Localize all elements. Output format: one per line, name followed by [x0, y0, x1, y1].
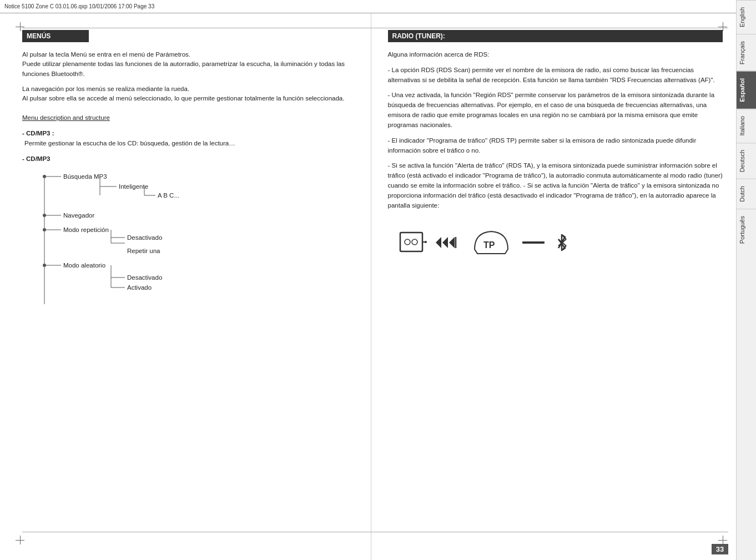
- bluetooth-icon: [553, 234, 570, 251]
- svg-text:Activado: Activado: [127, 284, 152, 291]
- svg-marker-35: [442, 237, 448, 248]
- radio-para4: - Si se activa la función "Alerta de trá…: [388, 161, 723, 210]
- tab-english[interactable]: English: [737, 0, 756, 34]
- sidebar-tabs: English Français Español Italiano Deutsc…: [736, 0, 756, 560]
- svg-point-31: [412, 239, 417, 245]
- crosshair-bottom-right: [718, 536, 727, 544]
- crosshair-bottom-left: [16, 536, 24, 544]
- svg-text:Desactivado: Desactivado: [127, 234, 162, 241]
- svg-rect-29: [400, 233, 422, 251]
- svg-text:Repetir una: Repetir una: [127, 248, 160, 254]
- svg-marker-36: [449, 237, 455, 248]
- svg-text:Navegador: Navegador: [63, 212, 94, 219]
- svg-text:Modo repetición: Modo repetición: [63, 226, 109, 233]
- radio-intro: Alguna información acerca de RDS:: [388, 50, 723, 60]
- svg-text:TP: TP: [483, 240, 495, 250]
- tab-francais[interactable]: Français: [737, 34, 756, 71]
- page-number: 33: [712, 544, 728, 554]
- mute-dash-icon: [522, 241, 545, 244]
- svg-text:Modo aleatorio: Modo aleatorio: [63, 262, 105, 269]
- top-hr: [22, 28, 728, 28]
- svg-text:Desactivado: Desactivado: [127, 274, 162, 281]
- cd-cassette-icon: [399, 230, 427, 255]
- header-text: Notice 5100 Zone C 03.01.06.qxp 10/01/20…: [4, 3, 154, 9]
- svg-marker-34: [436, 237, 441, 248]
- tab-italiano[interactable]: Italiano: [737, 109, 756, 142]
- radio-section-header: RADIO (TUNER):: [388, 30, 723, 42]
- menus-section-header: MENÚS: [22, 30, 89, 42]
- svg-text:Inteligente: Inteligente: [119, 183, 148, 190]
- main-content: MENÚS Al pulsar la tecla Menú se entra e…: [0, 13, 736, 560]
- radio-para3: - El indicador "Programa de tráfico" (RD…: [388, 136, 723, 156]
- svg-text:A B C...: A B C...: [158, 192, 179, 199]
- right-column: RADIO (TUNER): Alguna información acerca…: [371, 13, 737, 560]
- tab-espanol[interactable]: Español: [737, 71, 756, 109]
- svg-point-30: [405, 239, 410, 245]
- cd-mp3-desc: Permite gestionar la escucha de los CD: …: [22, 140, 357, 147]
- tab-portugues[interactable]: Português: [737, 209, 756, 250]
- tp-road-icon: TP: [469, 227, 513, 258]
- tab-dutch[interactable]: Dutch: [737, 179, 756, 209]
- header-bar: Notice 5100 Zone C 03.01.06.qxp 10/01/20…: [0, 0, 756, 13]
- cd-mp3-title: - CD/MP3 :: [22, 130, 357, 137]
- menus-para1: Al pulsar la tecla Menú se entra en el m…: [22, 50, 357, 79]
- subsection-title: Menu description and structure: [22, 114, 357, 121]
- cd-mp3-title2: - CD/MP3: [22, 155, 357, 162]
- left-column: MENÚS Al pulsar la tecla Menú se entra e…: [0, 13, 371, 560]
- tree-diagram: Búsqueda MP3 Inteligente A B C... Navega…: [33, 171, 222, 332]
- radio-para2: - Una vez activada, la función "Región R…: [388, 90, 723, 130]
- svg-point-33: [425, 241, 427, 243]
- menus-para2: La navegación por los menús se realiza m…: [22, 84, 357, 104]
- double-arrow-icon: [436, 236, 460, 249]
- radio-para1: - La opción RDS (RDS Scan) permite ver e…: [388, 65, 723, 85]
- menu-tree: Búsqueda MP3 Inteligente A B C... Navega…: [33, 171, 357, 332]
- svg-text:Búsqueda MP3: Búsqueda MP3: [63, 173, 107, 180]
- radio-icons-row: TP: [399, 227, 723, 258]
- tab-deutsch[interactable]: Deutsch: [737, 143, 756, 179]
- bottom-hr: [22, 532, 728, 532]
